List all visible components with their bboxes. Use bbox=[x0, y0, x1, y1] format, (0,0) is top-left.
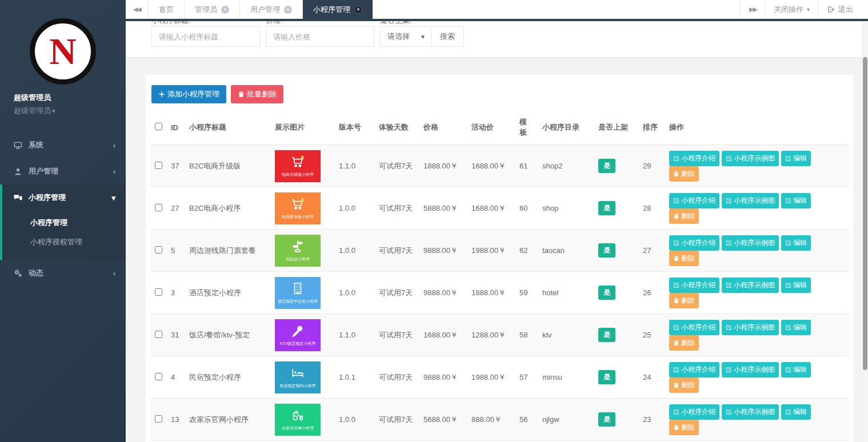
building-icon bbox=[290, 281, 305, 296]
column-header: 版本号 bbox=[334, 111, 374, 145]
row-id: 3 bbox=[166, 272, 185, 314]
row-checkbox[interactable] bbox=[155, 162, 162, 169]
close-tab-icon[interactable]: × bbox=[284, 6, 292, 14]
tile-caption: KTV饭店预定小程序 bbox=[280, 341, 316, 347]
sidebar-subitem-小程序授权管理[interactable]: 小程序授权管理 bbox=[2, 232, 126, 252]
profile-role-label: 超级管理员 bbox=[14, 106, 51, 115]
on-shelf-badge: 是 bbox=[598, 328, 615, 342]
action-button-小程序介绍[interactable]: 小程序介绍 bbox=[669, 151, 719, 166]
on-shelf-badge: 是 bbox=[598, 159, 615, 173]
profile-role-dropdown[interactable]: 超级管理员▾ bbox=[14, 106, 126, 116]
row-checkbox[interactable] bbox=[155, 204, 162, 211]
row-title: 酒店预定小程序 bbox=[185, 272, 270, 314]
action-button-编辑[interactable]: 编辑 bbox=[781, 320, 811, 335]
action-button-label: 小程序示例图 bbox=[734, 196, 775, 206]
delete-button[interactable]: 删除 bbox=[669, 166, 699, 182]
column-header: 是否上架 bbox=[594, 111, 638, 145]
action-button-label: 编辑 bbox=[793, 238, 807, 248]
action-button-label: 删除 bbox=[681, 380, 695, 390]
sidebar-link-用户管理[interactable]: 用户管理‹ bbox=[0, 158, 126, 184]
action-button-小程序介绍[interactable]: 小程序介绍 bbox=[669, 193, 719, 208]
row-checkbox[interactable] bbox=[155, 288, 162, 296]
action-button-小程序介绍[interactable]: 小程序介绍 bbox=[669, 278, 719, 293]
on-shelf-badge: 是 bbox=[598, 370, 615, 384]
delete-button[interactable]: 删除 bbox=[669, 420, 699, 435]
edit-icon bbox=[726, 409, 732, 415]
trash-icon bbox=[238, 91, 245, 98]
vertical-scrollbar-thumb[interactable] bbox=[863, 57, 867, 370]
sidebar-link-小程序管理[interactable]: 小程序管理▾ bbox=[2, 184, 126, 211]
row-trial: 可试用7天 bbox=[374, 356, 419, 399]
action-button-label: 小程序示例图 bbox=[734, 280, 775, 290]
search-title-label: 小程序标题: bbox=[151, 21, 260, 26]
delete-button[interactable]: 删除 bbox=[669, 251, 699, 266]
action-button-编辑[interactable]: 编辑 bbox=[781, 362, 811, 377]
edit-icon bbox=[785, 282, 791, 288]
tab-小程序管理[interactable]: 小程序管理× bbox=[303, 0, 373, 19]
delete-button[interactable]: 删除 bbox=[669, 377, 699, 393]
caret-down-icon: ▾ bbox=[52, 107, 55, 114]
action-button-小程序示例图[interactable]: 小程序示例图 bbox=[722, 362, 779, 377]
sidebar: N 超级管理员 超级管理员▾ 系统‹用户管理‹小程序管理▾小程序管理小程序授权管… bbox=[0, 0, 126, 442]
vertical-scrollbar-track[interactable] bbox=[862, 21, 868, 442]
row-checkbox[interactable] bbox=[155, 331, 162, 338]
action-button-小程序介绍[interactable]: 小程序介绍 bbox=[669, 404, 719, 420]
close-operations-dropdown[interactable]: 关闭操作▾ bbox=[765, 0, 818, 19]
table-panel: 添加小程序管理 批量删除 ID小程序标题展示图片版本号体验天数价格活动价模板小程… bbox=[146, 75, 854, 442]
row-title: 饭店/餐馆/ktv-预定 bbox=[185, 314, 270, 356]
edit-icon bbox=[726, 367, 732, 373]
table-row: 3 酒店预定小程序 酒店预定平台类小程序 1.0.0 可试用7天 9888.00… bbox=[150, 272, 849, 314]
tab-用户管理[interactable]: 用户管理× bbox=[240, 0, 303, 19]
gears-icon bbox=[14, 269, 23, 278]
action-button-编辑[interactable]: 编辑 bbox=[781, 151, 811, 166]
chevron-down-icon: ▾ bbox=[111, 194, 115, 202]
action-button-编辑[interactable]: 编辑 bbox=[781, 193, 811, 208]
row-title: B2C电商升级版 bbox=[185, 145, 270, 187]
row-checkbox[interactable] bbox=[155, 373, 162, 380]
action-button-编辑[interactable]: 编辑 bbox=[781, 278, 811, 293]
delete-button[interactable]: 删除 bbox=[669, 208, 699, 224]
shelf-status-select[interactable]: 请选择 ▼ bbox=[380, 26, 431, 47]
delete-button[interactable]: 删除 bbox=[669, 335, 699, 351]
row-checkbox[interactable] bbox=[155, 246, 162, 254]
close-tab-icon[interactable]: × bbox=[354, 6, 362, 14]
row-image-tile: 农家乐官网小程序 bbox=[275, 404, 321, 436]
delete-button[interactable]: 删除 bbox=[669, 293, 699, 308]
search-price-input[interactable] bbox=[266, 26, 374, 47]
action-button-小程序示例图[interactable]: 小程序示例图 bbox=[722, 320, 779, 335]
row-sort: 24 bbox=[638, 356, 665, 399]
collapse-sidebar-button[interactable]: ◀◀ bbox=[126, 0, 149, 19]
action-button-小程序示例图[interactable]: 小程序示例图 bbox=[722, 151, 779, 166]
action-button-编辑[interactable]: 编辑 bbox=[781, 235, 811, 251]
select-all-checkbox[interactable] bbox=[155, 123, 162, 130]
sidebar-link-动态[interactable]: 动态‹ bbox=[0, 260, 126, 286]
row-actions: 小程序介绍小程序示例图编辑删除 bbox=[665, 230, 849, 272]
action-button-小程序示例图[interactable]: 小程序示例图 bbox=[722, 404, 779, 420]
action-button-小程序示例图[interactable]: 小程序示例图 bbox=[722, 193, 779, 208]
row-price: 9888.00￥ bbox=[419, 356, 467, 399]
action-button-小程序介绍[interactable]: 小程序介绍 bbox=[669, 362, 719, 377]
row-checkbox[interactable] bbox=[155, 415, 162, 423]
tab-管理员[interactable]: 管理员× bbox=[185, 0, 240, 19]
action-button-label: 删除 bbox=[681, 169, 695, 179]
search-button[interactable]: 搜索 bbox=[431, 26, 464, 47]
action-button-小程序示例图[interactable]: 小程序示例图 bbox=[722, 235, 779, 251]
tab-首页[interactable]: 首页 bbox=[149, 0, 185, 19]
search-title-input[interactable] bbox=[151, 26, 260, 47]
action-button-小程序介绍[interactable]: 小程序介绍 bbox=[669, 235, 719, 251]
batch-delete-button[interactable]: 批量删除 bbox=[231, 85, 283, 103]
row-directory: minsu bbox=[538, 356, 594, 399]
add-miniprogram-button[interactable]: 添加小程序管理 bbox=[151, 85, 226, 103]
close-tab-icon[interactable]: × bbox=[221, 6, 229, 14]
row-version: 1.0.0 bbox=[334, 230, 374, 272]
logout-button[interactable]: 退出 bbox=[818, 0, 868, 19]
sidebar-link-系统[interactable]: 系统‹ bbox=[0, 132, 126, 158]
action-button-小程序示例图[interactable]: 小程序示例图 bbox=[722, 278, 779, 293]
edit-icon bbox=[785, 324, 791, 331]
action-button-label: 删除 bbox=[681, 211, 695, 221]
action-button-编辑[interactable]: 编辑 bbox=[781, 404, 811, 420]
sidebar-subitem-小程序管理[interactable]: 小程序管理 bbox=[2, 213, 126, 232]
scroll-tabs-right-button[interactable]: ▶▶ bbox=[740, 0, 765, 19]
action-button-小程序介绍[interactable]: 小程序介绍 bbox=[669, 320, 719, 335]
profile-name: 超级管理员 bbox=[14, 93, 126, 103]
